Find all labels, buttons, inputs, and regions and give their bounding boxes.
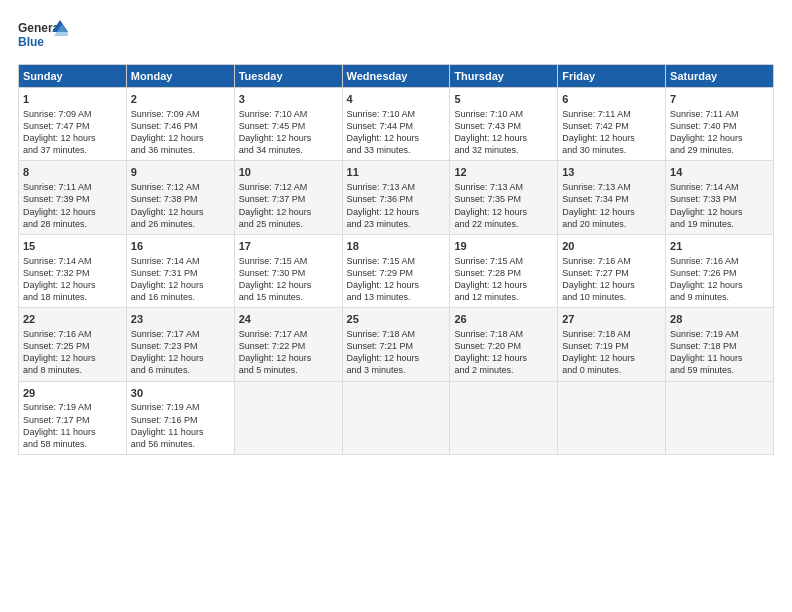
cell-info-line: Sunset: 7:34 PM [562, 193, 661, 205]
cell-info-line: Daylight: 11 hours [23, 426, 122, 438]
cell-info-line: Daylight: 12 hours [670, 279, 769, 291]
cell-info-line: and 32 minutes. [454, 144, 553, 156]
cell-info-line: Daylight: 12 hours [454, 206, 553, 218]
day-number: 30 [131, 386, 230, 401]
cell-info-line: Sunset: 7:23 PM [131, 340, 230, 352]
cell-info-line: Sunrise: 7:11 AM [562, 108, 661, 120]
calendar-cell: 26Sunrise: 7:18 AMSunset: 7:20 PMDayligh… [450, 308, 558, 381]
day-number: 28 [670, 312, 769, 327]
cell-info-line: Sunrise: 7:19 AM [23, 401, 122, 413]
cell-info-line: Sunrise: 7:14 AM [670, 181, 769, 193]
day-number: 2 [131, 92, 230, 107]
day-number: 24 [239, 312, 338, 327]
day-number: 23 [131, 312, 230, 327]
cell-info-line: and 23 minutes. [347, 218, 446, 230]
cell-info-line: Sunrise: 7:13 AM [562, 181, 661, 193]
calendar-week-row: 29Sunrise: 7:19 AMSunset: 7:17 PMDayligh… [19, 381, 774, 454]
empty-cell [666, 381, 774, 454]
cell-info-line: and 25 minutes. [239, 218, 338, 230]
day-number: 15 [23, 239, 122, 254]
calendar-cell: 13Sunrise: 7:13 AMSunset: 7:34 PMDayligh… [558, 161, 666, 234]
cell-info-line: and 29 minutes. [670, 144, 769, 156]
calendar-cell: 17Sunrise: 7:15 AMSunset: 7:30 PMDayligh… [234, 234, 342, 307]
day-number: 19 [454, 239, 553, 254]
calendar-cell: 18Sunrise: 7:15 AMSunset: 7:29 PMDayligh… [342, 234, 450, 307]
empty-cell [342, 381, 450, 454]
cell-info-line: Daylight: 12 hours [239, 352, 338, 364]
cell-info-line: and 10 minutes. [562, 291, 661, 303]
cell-info-line: Sunrise: 7:15 AM [347, 255, 446, 267]
calendar-cell: 29Sunrise: 7:19 AMSunset: 7:17 PMDayligh… [19, 381, 127, 454]
cell-info-line: Sunrise: 7:16 AM [670, 255, 769, 267]
cell-info-line: Sunset: 7:38 PM [131, 193, 230, 205]
cell-info-line: Daylight: 12 hours [347, 206, 446, 218]
cell-info-line: and 59 minutes. [670, 364, 769, 376]
calendar-week-row: 22Sunrise: 7:16 AMSunset: 7:25 PMDayligh… [19, 308, 774, 381]
empty-cell [450, 381, 558, 454]
cell-info-line: Daylight: 12 hours [239, 279, 338, 291]
day-number: 22 [23, 312, 122, 327]
cell-info-line: Sunset: 7:29 PM [347, 267, 446, 279]
calendar-cell: 19Sunrise: 7:15 AMSunset: 7:28 PMDayligh… [450, 234, 558, 307]
cell-info-line: Sunrise: 7:10 AM [239, 108, 338, 120]
logo: General Blue [18, 18, 68, 54]
cell-info-line: Sunrise: 7:10 AM [347, 108, 446, 120]
day-number: 25 [347, 312, 446, 327]
cell-info-line: Daylight: 12 hours [454, 352, 553, 364]
day-number: 1 [23, 92, 122, 107]
cell-info-line: Sunrise: 7:19 AM [131, 401, 230, 413]
cell-info-line: and 3 minutes. [347, 364, 446, 376]
empty-cell [558, 381, 666, 454]
cell-info-line: Sunrise: 7:15 AM [239, 255, 338, 267]
cell-info-line: Sunset: 7:46 PM [131, 120, 230, 132]
cell-info-line: Sunrise: 7:13 AM [454, 181, 553, 193]
day-number: 16 [131, 239, 230, 254]
day-number: 26 [454, 312, 553, 327]
cell-info-line: Sunset: 7:21 PM [347, 340, 446, 352]
calendar-cell: 2Sunrise: 7:09 AMSunset: 7:46 PMDaylight… [126, 88, 234, 161]
cell-info-line: and 6 minutes. [131, 364, 230, 376]
col-header-tuesday: Tuesday [234, 65, 342, 88]
cell-info-line: Sunset: 7:27 PM [562, 267, 661, 279]
day-number: 5 [454, 92, 553, 107]
cell-info-line: Sunset: 7:33 PM [670, 193, 769, 205]
calendar-week-row: 8Sunrise: 7:11 AMSunset: 7:39 PMDaylight… [19, 161, 774, 234]
cell-info-line: and 33 minutes. [347, 144, 446, 156]
cell-info-line: Daylight: 12 hours [562, 132, 661, 144]
cell-info-line: Sunset: 7:36 PM [347, 193, 446, 205]
day-number: 7 [670, 92, 769, 107]
cell-info-line: Sunset: 7:20 PM [454, 340, 553, 352]
cell-info-line: Sunrise: 7:09 AM [23, 108, 122, 120]
day-number: 21 [670, 239, 769, 254]
cell-info-line: Sunset: 7:39 PM [23, 193, 122, 205]
cell-info-line: and 56 minutes. [131, 438, 230, 450]
svg-text:Blue: Blue [18, 35, 44, 49]
cell-info-line: and 28 minutes. [23, 218, 122, 230]
col-header-sunday: Sunday [19, 65, 127, 88]
calendar-cell: 6Sunrise: 7:11 AMSunset: 7:42 PMDaylight… [558, 88, 666, 161]
empty-cell [234, 381, 342, 454]
cell-info-line: and 30 minutes. [562, 144, 661, 156]
cell-info-line: Sunrise: 7:16 AM [23, 328, 122, 340]
calendar-cell: 28Sunrise: 7:19 AMSunset: 7:18 PMDayligh… [666, 308, 774, 381]
day-number: 17 [239, 239, 338, 254]
cell-info-line: Sunrise: 7:15 AM [454, 255, 553, 267]
cell-info-line: Sunset: 7:37 PM [239, 193, 338, 205]
cell-info-line: Daylight: 12 hours [347, 352, 446, 364]
cell-info-line: Sunrise: 7:17 AM [239, 328, 338, 340]
cell-info-line: Daylight: 12 hours [347, 132, 446, 144]
cell-info-line: Sunrise: 7:09 AM [131, 108, 230, 120]
calendar-cell: 15Sunrise: 7:14 AMSunset: 7:32 PMDayligh… [19, 234, 127, 307]
day-number: 6 [562, 92, 661, 107]
cell-info-line: and 2 minutes. [454, 364, 553, 376]
cell-info-line: Daylight: 11 hours [670, 352, 769, 364]
cell-info-line: and 8 minutes. [23, 364, 122, 376]
cell-info-line: Sunset: 7:25 PM [23, 340, 122, 352]
cell-info-line: and 13 minutes. [347, 291, 446, 303]
cell-info-line: Sunrise: 7:13 AM [347, 181, 446, 193]
col-header-monday: Monday [126, 65, 234, 88]
calendar-cell: 22Sunrise: 7:16 AMSunset: 7:25 PMDayligh… [19, 308, 127, 381]
cell-info-line: Daylight: 12 hours [131, 279, 230, 291]
cell-info-line: Sunset: 7:22 PM [239, 340, 338, 352]
cell-info-line: Daylight: 12 hours [562, 352, 661, 364]
